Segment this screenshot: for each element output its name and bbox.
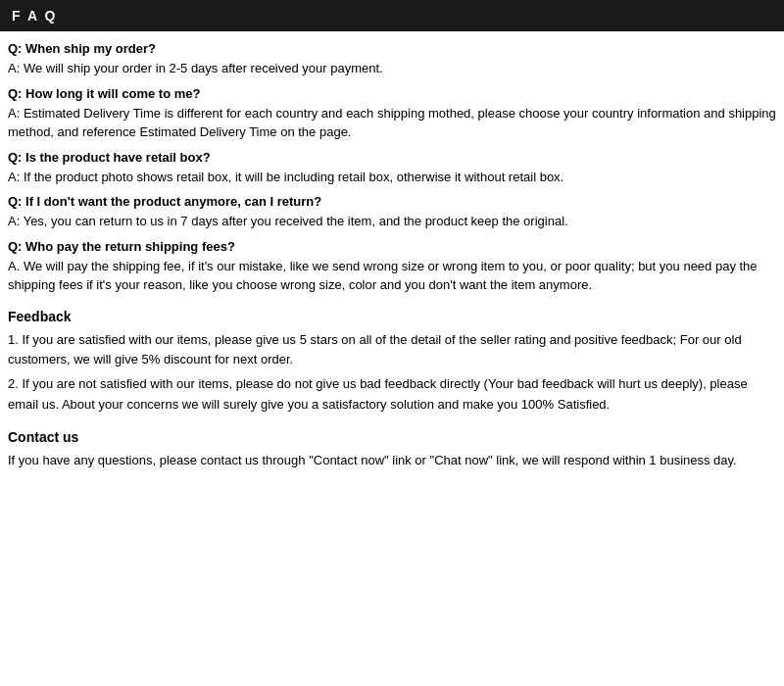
contact-text: If you have any questions, please contac… bbox=[8, 451, 776, 471]
content-area: Q: When ship my order?A: We will ship yo… bbox=[0, 41, 784, 470]
question-text: Q: Who pay the return shipping fees? bbox=[8, 239, 776, 254]
qa-block: Q: If I don't want the product anymore, … bbox=[8, 194, 776, 231]
answer-text: A: If the product photo shows retail box… bbox=[8, 168, 776, 187]
answer-text: A: Estimated Delivery Time is different … bbox=[8, 104, 776, 142]
qa-block: Q: Who pay the return shipping fees?A. W… bbox=[8, 239, 776, 295]
contact-title: Contact us bbox=[8, 429, 776, 445]
feedback-item: 2. If you are not satisfied with our ite… bbox=[8, 374, 776, 416]
qa-block: Q: How long it will come to me?A: Estima… bbox=[8, 86, 776, 142]
qa-block: Q: Is the product have retail box?A: If … bbox=[8, 150, 776, 187]
question-text: Q: Is the product have retail box? bbox=[8, 150, 776, 165]
answer-text: A: Yes, you can return to us in 7 days a… bbox=[8, 212, 776, 231]
answer-text: A: We will ship your order in 2-5 days a… bbox=[8, 59, 776, 78]
qa-block: Q: When ship my order?A: We will ship yo… bbox=[8, 41, 776, 78]
contact-section: Contact us If you have any questions, pl… bbox=[8, 429, 776, 471]
question-text: Q: When ship my order? bbox=[8, 41, 776, 56]
answer-text: A. We will pay the shipping fee, if it's… bbox=[8, 257, 776, 295]
faq-section: Q: When ship my order?A: We will ship yo… bbox=[8, 41, 776, 295]
faq-header: F A Q bbox=[0, 0, 784, 31]
question-text: Q: If I don't want the product anymore, … bbox=[8, 194, 776, 209]
question-text: Q: How long it will come to me? bbox=[8, 86, 776, 101]
feedback-title: Feedback bbox=[8, 309, 776, 324]
feedback-item: 1. If you are satisfied with our items, … bbox=[8, 330, 776, 371]
feedback-section: Feedback 1. If you are satisfied with ou… bbox=[8, 309, 776, 416]
header-title: F A Q bbox=[12, 8, 57, 24]
